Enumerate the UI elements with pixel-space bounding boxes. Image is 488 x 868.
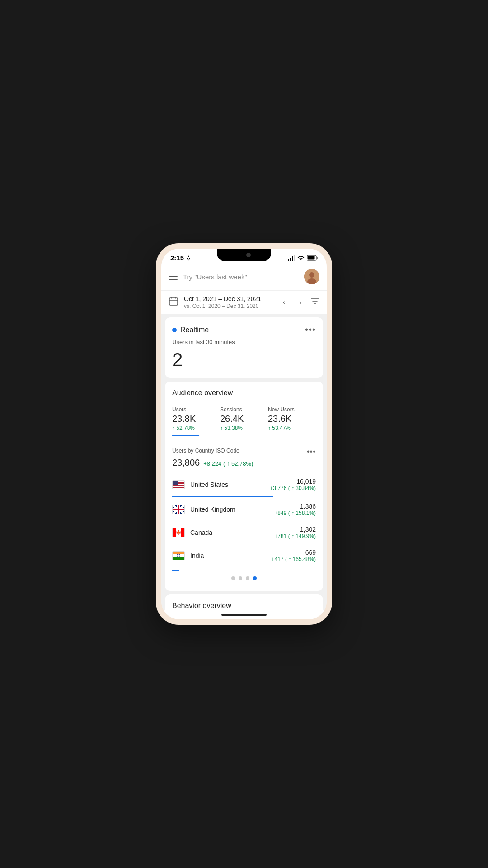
- realtime-more-button[interactable]: •••: [305, 325, 316, 335]
- country-stats-uk: 1,386 +849 ( ↑ 158.1%): [274, 503, 316, 516]
- wifi-icon: [297, 255, 305, 261]
- svg-rect-6: [169, 298, 178, 305]
- country-pct-ca: +781 ( ↑ 149.9%): [274, 533, 316, 539]
- flag-us: [172, 480, 185, 489]
- metric-new-users[interactable]: New Users 23.6K ↑ 53.47%: [268, 406, 316, 436]
- status-time: 2:15: [170, 254, 191, 262]
- metric-sessions-change: ↑ 53.38%: [220, 425, 264, 431]
- location-icon: [186, 255, 191, 261]
- country-section: Users by Country ISO Code ••• 23,806 +8,…: [165, 442, 323, 591]
- realtime-card: Realtime ••• Users in last 30 minutes 2: [165, 317, 323, 378]
- country-count-us: 16,019: [270, 478, 316, 485]
- realtime-title: Realtime: [180, 326, 209, 334]
- country-pct-uk: +849 ( ↑ 158.1%): [274, 510, 316, 516]
- realtime-header: Realtime •••: [172, 325, 316, 335]
- country-name-in: India: [190, 552, 266, 559]
- metric-users-change: ↑ 52.78%: [172, 425, 216, 431]
- search-placeholder[interactable]: Try "Users last week": [183, 273, 299, 281]
- country-name-uk: United Kingdom: [190, 506, 269, 513]
- audience-title: Audience overview: [165, 382, 323, 401]
- battery-icon: [307, 255, 318, 261]
- signal-bars: [288, 255, 296, 261]
- date-secondary: vs. Oct 1, 2020 – Dec 31, 2020: [184, 303, 272, 309]
- svg-rect-1: [308, 256, 315, 260]
- audience-overview-card: Audience overview Users 23.8K ↑ 52.78% S…: [165, 382, 323, 591]
- us-progress-bar: [172, 496, 273, 497]
- svg-rect-2: [317, 257, 318, 259]
- home-indicator: [161, 610, 327, 619]
- country-count-in: 669: [272, 549, 316, 556]
- avatar-image: [304, 269, 319, 284]
- home-bar: [221, 614, 267, 616]
- signal-bar-4: [294, 255, 295, 261]
- flag-in: [172, 551, 185, 560]
- pagination-dot-3[interactable]: [246, 576, 249, 580]
- metric-users-label: Users: [172, 406, 216, 413]
- country-name-ca: Canada: [190, 529, 269, 536]
- scroll-content[interactable]: Try "Users last week": [161, 264, 327, 610]
- notch-camera: [246, 253, 251, 257]
- country-stats-us: 16,019 +3,776 ( ↑ 30.84%): [270, 478, 316, 491]
- pagination-dot-4[interactable]: [253, 576, 257, 580]
- phone-screen: 2:15: [161, 249, 327, 619]
- flag-ca: 🍁: [172, 528, 185, 537]
- country-section-title: Users by Country ISO Code: [172, 448, 239, 454]
- country-pct-in: +417 ( ↑ 165.48%): [272, 556, 316, 562]
- behavior-overview-card: Behavior overview Avg. Session Duration …: [165, 594, 323, 610]
- realtime-subtitle: Users in last 30 minutes: [172, 339, 316, 345]
- list-item[interactable]: India 669 +417 ( ↑ 165.48%): [172, 544, 316, 567]
- country-pct-us: +3,776 ( ↑ 30.84%): [270, 485, 316, 491]
- realtime-indicator: [172, 328, 177, 332]
- svg-point-4: [309, 272, 314, 278]
- prev-arrow[interactable]: ‹: [278, 296, 291, 309]
- signal-bar-1: [288, 259, 289, 261]
- behavior-title: Behavior overview: [172, 602, 316, 610]
- status-icons: [288, 255, 318, 261]
- country-stats-in: 669 +417 ( ↑ 165.48%): [272, 549, 316, 562]
- notch: [217, 249, 271, 261]
- filter-icon[interactable]: [310, 297, 319, 307]
- country-total-change: +8,224 ( ↑ 52.78%): [203, 460, 253, 467]
- pagination-dot-1[interactable]: [231, 576, 235, 580]
- country-total: 23,806: [172, 458, 200, 468]
- avatar[interactable]: [304, 269, 319, 284]
- signal-bar-2: [290, 258, 291, 261]
- india-progress-bar: [172, 569, 316, 571]
- metric-new-users-label: New Users: [268, 406, 312, 413]
- metric-sessions[interactable]: Sessions 26.4K ↑ 53.38%: [220, 406, 268, 436]
- hamburger-menu-icon[interactable]: [169, 274, 178, 280]
- country-count-uk: 1,386: [274, 503, 316, 510]
- phone-frame: 2:15: [156, 243, 332, 625]
- metric-users[interactable]: Users 23.8K ↑ 52.78%: [172, 406, 220, 436]
- search-bar: Try "Users last week": [161, 264, 327, 290]
- date-text: Oct 1, 2021 – Dec 31, 2021 vs. Oct 1, 20…: [184, 295, 272, 309]
- country-stats-ca: 1,302 +781 ( ↑ 149.9%): [274, 526, 316, 539]
- date-primary: Oct 1, 2021 – Dec 31, 2021: [184, 295, 272, 302]
- next-arrow[interactable]: ›: [294, 296, 307, 309]
- metric-new-users-value: 23.6K: [268, 414, 312, 424]
- metric-users-value: 23.8K: [172, 414, 216, 424]
- metric-sessions-label: Sessions: [220, 406, 264, 413]
- time-display: 2:15: [170, 254, 184, 262]
- date-range-bar: Oct 1, 2021 – Dec 31, 2021 vs. Oct 1, 20…: [161, 291, 327, 314]
- signal-bar-3: [292, 256, 293, 261]
- metric-users-bar: [172, 435, 199, 436]
- country-more-button[interactable]: •••: [307, 448, 316, 456]
- country-name-us: United States: [190, 481, 264, 488]
- flag-uk: [172, 505, 185, 514]
- calendar-icon[interactable]: [169, 296, 178, 308]
- metrics-row: Users 23.8K ↑ 52.78% Sessions 26.4K ↑ 53…: [165, 401, 323, 442]
- pagination-dot-2[interactable]: [239, 576, 242, 580]
- list-item[interactable]: 🍁 Canada 1,302 +781 ( ↑ 149.9%): [172, 521, 316, 544]
- metric-new-users-change: ↑ 53.47%: [268, 425, 312, 431]
- metric-sessions-value: 26.4K: [220, 414, 264, 424]
- date-nav: ‹ ›: [278, 296, 319, 309]
- country-list: United States 16,019 +3,776 ( ↑ 30.84%): [172, 473, 316, 571]
- country-count-ca: 1,302: [274, 526, 316, 533]
- pagination-dots: [172, 571, 316, 585]
- list-item[interactable]: United Kingdom 1,386 +849 ( ↑ 158.1%): [172, 498, 316, 521]
- realtime-count: 2: [172, 349, 316, 371]
- list-item[interactable]: United States 16,019 +3,776 ( ↑ 30.84%): [172, 473, 316, 496]
